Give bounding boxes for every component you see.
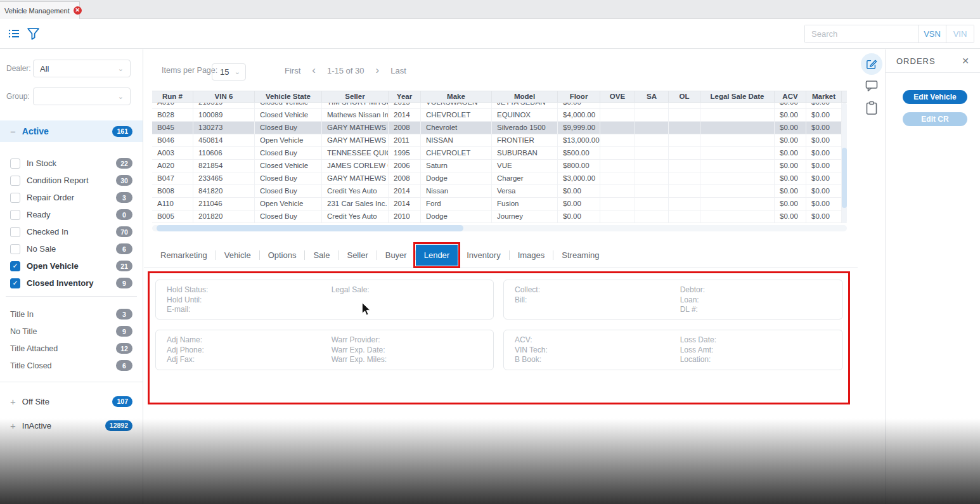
card-right-column: Loss Date:Loss Amt:Location:: [680, 335, 716, 365]
card-right-column: Warr Provider:Warr Exp. Date:Warr Exp. M…: [332, 335, 387, 365]
field-label: Loss Amt:: [680, 346, 716, 356]
expand-icon[interactable]: +: [10, 420, 16, 431]
checkbox[interactable]: [10, 176, 20, 186]
orders-header: ORDERS ✕: [886, 49, 980, 73]
tab-close-icon[interactable]: ✕: [74, 6, 82, 15]
lender-card: Hold Status:Hold Until:E-mail:Legal Sale…: [155, 280, 494, 320]
title-filter-list: Title In3No Title9Title Attached12Title …: [0, 306, 143, 374]
field-label: Loan:: [680, 295, 705, 306]
field-label: Hold Status:: [167, 285, 208, 295]
group-label: InActive: [22, 421, 51, 430]
main-content: Items per Page: 15 ⌄ First ‹ 1-15 of 30 …: [144, 49, 858, 504]
lender-card: ACV:VIN Tech:B Book:Loss Date:Loss Amt:L…: [503, 330, 843, 370]
count-badge: 107: [112, 396, 132, 407]
sidebar-item-inactive[interactable]: +InActive12892: [0, 413, 143, 437]
card-left-column: ACV:VIN Tech:B Book:: [515, 335, 548, 365]
checkbox[interactable]: [10, 227, 20, 237]
count-badge: 30: [116, 175, 132, 186]
count-badge: 12: [116, 343, 132, 354]
checkbox[interactable]: [10, 210, 20, 220]
sidebar-item-no-title[interactable]: No Title9: [0, 323, 143, 340]
filter-label: Repair Order: [27, 193, 74, 202]
browser-tab[interactable]: Vehicle Management ✕: [0, 1, 80, 19]
field-label: B Book:: [515, 355, 548, 365]
vsn-button[interactable]: VSN: [918, 25, 946, 42]
checkbox[interactable]: ✓: [10, 261, 20, 271]
filter-label: Closed Inventory: [27, 278, 93, 288]
field-label: VIN Tech:: [515, 346, 548, 356]
filter-label: No Title: [10, 327, 37, 336]
filter-label: Open Vehicle: [27, 261, 79, 271]
field-label: Debtor:: [680, 285, 705, 295]
sidebar-section-active[interactable]: − Active 161: [0, 120, 143, 142]
vin-button[interactable]: VIN: [946, 25, 974, 42]
sidebar-item-checked-in[interactable]: Checked In70: [0, 223, 143, 240]
count-badge: 22: [116, 158, 132, 169]
filter-label: Ready: [27, 210, 51, 219]
comments-icon[interactable]: [865, 79, 878, 95]
lender-card: Collect:Bill:Debtor:Loan:DL #:: [503, 280, 843, 320]
chevron-down-icon: ⌄: [118, 93, 124, 101]
filter-label: Condition Report: [27, 176, 89, 185]
browser-tab-strip: Vehicle Management ✕: [0, 0, 980, 19]
sidebar-item-closed-inventory[interactable]: ✓Closed Inventory9: [0, 275, 143, 292]
clipboard-icon[interactable]: [865, 101, 877, 118]
list-view-icon[interactable]: [8, 27, 20, 42]
checkbox[interactable]: [10, 193, 20, 203]
filter-label: Title In: [10, 310, 34, 319]
card-right-column: Debtor:Loan:DL #:: [680, 285, 705, 315]
sidebar-item-ready[interactable]: Ready0: [0, 206, 143, 223]
orders-panel: ORDERS ✕ Edit Vehicle Edit CR: [885, 49, 980, 504]
active-section-label: Active: [22, 126, 49, 136]
checkbox[interactable]: [10, 158, 20, 169]
checkbox[interactable]: [10, 244, 20, 254]
expand-icon[interactable]: +: [10, 396, 16, 407]
count-badge: 3: [116, 192, 132, 203]
filter-label: No Sale: [27, 244, 56, 254]
sidebar-item-title-in[interactable]: Title In3: [0, 306, 143, 323]
count-badge: 9: [116, 278, 132, 288]
orders-title: ORDERS: [896, 56, 936, 66]
field-label: Warr Provider:: [332, 335, 387, 346]
filter-label: In Stock: [27, 158, 56, 168]
count-badge: 70: [116, 226, 132, 237]
field-label: Adj Fax:: [167, 355, 204, 365]
sidebar-item-no-sale[interactable]: No Sale6: [0, 240, 143, 257]
sidebar-item-condition-report[interactable]: Condition Report30: [0, 172, 143, 189]
side-icon-rail: [858, 49, 885, 504]
sidebar-item-repair-order[interactable]: Repair Order3: [0, 189, 143, 206]
divider: [6, 296, 137, 297]
field-label: Adj Phone:: [167, 346, 204, 356]
count-badge: 21: [116, 261, 132, 271]
card-left-column: Hold Status:Hold Until:E-mail:: [167, 285, 208, 315]
count-badge: 12892: [105, 420, 132, 431]
filter-icon[interactable]: [27, 27, 40, 43]
sidebar-item-open-vehicle[interactable]: ✓Open Vehicle21: [0, 257, 143, 275]
dealer-value: All: [40, 64, 49, 74]
search-group: VSN VIN: [804, 25, 974, 43]
sidebar-item-title-attached[interactable]: Title Attached12: [0, 340, 143, 357]
sidebar-item-off-site[interactable]: +Off Site107: [0, 389, 143, 413]
edit-orders-icon[interactable]: [861, 53, 882, 75]
sidebar-item-title-closed[interactable]: Title Closed6: [0, 357, 143, 374]
collapse-icon[interactable]: −: [10, 126, 16, 137]
lender-card: Adj Name:Adj Phone:Adj Fax:Warr Provider…: [155, 330, 494, 370]
checkbox[interactable]: ✓: [10, 278, 20, 288]
field-label: DL #:: [680, 305, 705, 315]
group-select[interactable]: ⌄: [33, 87, 131, 105]
card-right-column: Legal Sale:: [332, 285, 370, 295]
field-label: Loss Date:: [680, 335, 716, 346]
edit-cr-button[interactable]: Edit CR: [903, 112, 967, 126]
field-label: Hold Until:: [167, 295, 208, 306]
search-input[interactable]: [805, 25, 918, 42]
sidebar-item-in-stock[interactable]: In Stock22: [0, 155, 143, 172]
toolbar: VSN VIN: [0, 19, 980, 49]
edit-vehicle-button[interactable]: Edit Vehicle: [903, 90, 967, 104]
dealer-select[interactable]: All ⌄: [33, 60, 131, 77]
sidebar: Dealer: All ⌄ Group: ⌄ − Active 161 In S…: [0, 49, 143, 504]
close-icon[interactable]: ✕: [962, 56, 969, 66]
group-list: +Off Site107+InActive12892: [0, 389, 143, 437]
field-label: Adj Name:: [167, 335, 204, 346]
divider: [0, 382, 143, 382]
count-badge: 6: [116, 360, 132, 371]
